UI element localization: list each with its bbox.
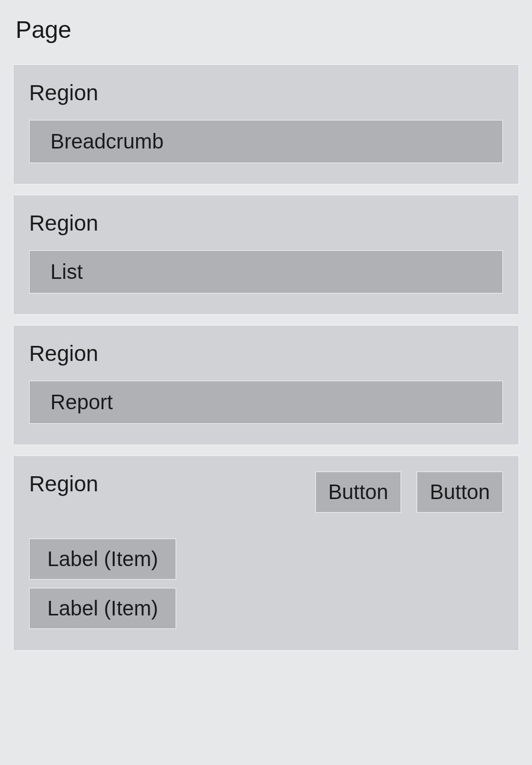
region-list: Region List [13, 195, 519, 315]
region-title: Region [29, 80, 503, 105]
breadcrumb[interactable]: Breadcrumb [29, 120, 503, 163]
region-form: Region Button Button Label (Item) Label … [13, 455, 519, 651]
label-item: Label (Item) [29, 588, 176, 629]
region-title: Region [29, 341, 503, 366]
button-1[interactable]: Button [315, 472, 402, 513]
region-breadcrumb: Region Breadcrumb [13, 64, 519, 184]
region-title: Region [29, 472, 98, 496]
label-item: Label (Item) [29, 539, 176, 580]
region-title: Region [29, 211, 503, 236]
buttons-row: Button Button [315, 472, 503, 513]
button-2[interactable]: Button [417, 472, 503, 513]
labels-container: Label (Item) Label (Item) [29, 539, 503, 637]
list[interactable]: List [29, 250, 503, 293]
region-report: Region Report [13, 325, 519, 445]
report[interactable]: Report [29, 381, 503, 424]
page-title: Page [16, 16, 519, 44]
